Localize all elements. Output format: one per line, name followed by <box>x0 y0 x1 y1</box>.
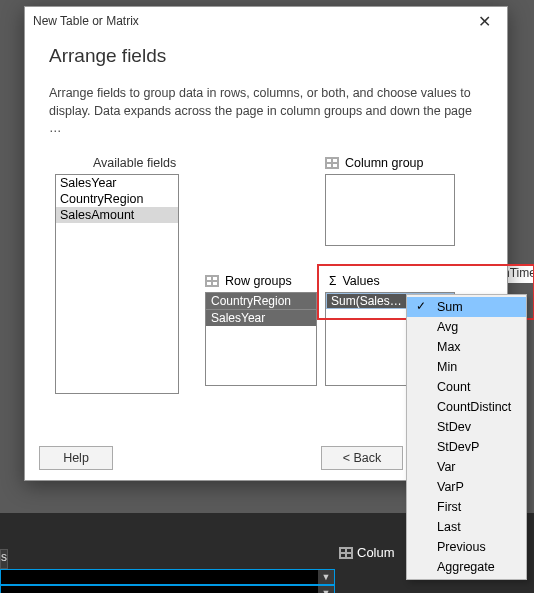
table-icon <box>205 275 219 287</box>
values-label: Values <box>342 274 379 288</box>
menu-item-min[interactable]: Min <box>407 357 526 377</box>
aggregate-context-menu[interactable]: SumAvgMaxMinCountCountDistinctStDevStDev… <box>406 294 527 580</box>
available-field-item[interactable]: CountryRegion <box>56 191 178 207</box>
designer-column-label: Colum <box>339 545 395 560</box>
row-dropdown[interactable]: ▼ <box>318 586 334 593</box>
available-fields-list[interactable]: SalesYearCountryRegionSalesAmount <box>55 174 179 394</box>
menu-item-var[interactable]: Var <box>407 457 526 477</box>
available-fields-label: Available fields <box>93 156 176 170</box>
dialog-description: Arrange fields to group data in rows, co… <box>49 85 483 138</box>
available-field-item[interactable]: SalesAmount <box>56 207 178 223</box>
dialog-heading: Arrange fields <box>49 45 483 67</box>
menu-item-countdistinct[interactable]: CountDistinct <box>407 397 526 417</box>
menu-item-last[interactable]: Last <box>407 517 526 537</box>
menu-item-varp[interactable]: VarP <box>407 477 526 497</box>
menu-item-first[interactable]: First <box>407 497 526 517</box>
values-header: Σ Values <box>329 274 380 288</box>
row-group-item[interactable]: CountryRegion <box>206 293 316 309</box>
back-button[interactable]: < Back <box>321 446 403 470</box>
menu-item-stdev[interactable]: StDev <box>407 417 526 437</box>
row-groups-header: Row groups <box>205 274 292 288</box>
row-group-item[interactable]: SalesYear <box>206 309 316 326</box>
menu-item-aggregate[interactable]: Aggregate <box>407 557 526 577</box>
row-groups-label: Row groups <box>225 274 292 288</box>
values-item-text: Sum(Sales… <box>331 294 402 308</box>
column-label-text: Colum <box>357 545 395 560</box>
menu-item-max[interactable]: Max <box>407 337 526 357</box>
table-icon <box>339 547 353 559</box>
help-button[interactable]: Help <box>39 446 113 470</box>
close-button[interactable]: ✕ <box>469 12 499 31</box>
menu-item-sum[interactable]: Sum <box>407 297 526 317</box>
designer-row-1[interactable]: ▼ <box>0 569 335 585</box>
row-dropdown[interactable]: ▼ <box>318 570 334 584</box>
available-field-item[interactable]: SalesYear <box>56 175 178 191</box>
column-groups-header: Column group <box>325 156 424 170</box>
column-groups-list[interactable] <box>325 174 455 246</box>
dialog-titlebar: New Table or Matrix ✕ <box>25 7 507 35</box>
sigma-icon: Σ <box>329 274 336 288</box>
menu-item-previous[interactable]: Previous <box>407 537 526 557</box>
row-groups-list[interactable]: CountryRegionSalesYear <box>205 292 317 386</box>
menu-item-stdevp[interactable]: StDevP <box>407 437 526 457</box>
side-tab[interactable]: s <box>0 549 8 569</box>
designer-row-2[interactable]: ▼ <box>0 585 335 593</box>
menu-item-count[interactable]: Count <box>407 377 526 397</box>
dialog-title: New Table or Matrix <box>33 14 139 28</box>
table-icon <box>325 157 339 169</box>
menu-item-avg[interactable]: Avg <box>407 317 526 337</box>
column-groups-label: Column group <box>345 156 424 170</box>
